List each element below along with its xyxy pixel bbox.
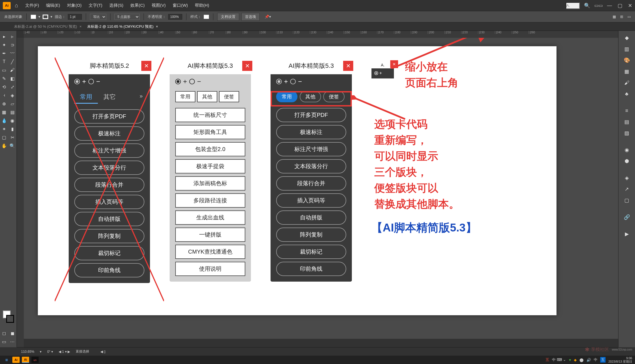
radio-off-icon[interactable] bbox=[290, 79, 296, 84]
tab-other[interactable]: 其他 bbox=[197, 91, 217, 102]
btn-dim-enhance[interactable]: 标注尺寸增强 bbox=[276, 142, 346, 156]
perspective-tool[interactable]: ▱ bbox=[8, 99, 17, 108]
lasso-tool[interactable]: ⊃ bbox=[8, 41, 17, 49]
pen-tool[interactable]: ✒ bbox=[0, 49, 8, 57]
btn-prepress-corner[interactable]: 印前角线 bbox=[74, 263, 144, 277]
taskbar-time[interactable]: 9:06 bbox=[608, 356, 632, 360]
menu-object[interactable]: 对象(O) bbox=[64, 2, 84, 9]
radio-off-icon[interactable] bbox=[88, 79, 94, 84]
radio-on-icon[interactable] bbox=[276, 79, 282, 84]
gradient-tool[interactable]: ▤ bbox=[8, 108, 17, 116]
doc-tab-1[interactable]: 未标题-2.ai @ 50 % (CMYK/CPU 预览) × bbox=[11, 23, 84, 30]
curvature-tool[interactable]: 〰 bbox=[8, 49, 17, 57]
btn-crop-marks[interactable]: 裁切标记 bbox=[74, 246, 144, 260]
menu-edit[interactable]: 编辑(E) bbox=[43, 2, 63, 9]
stroke-panel-icon[interactable]: ≡ bbox=[623, 106, 631, 116]
btn-one-click-layout[interactable]: 一键拼版 bbox=[175, 228, 245, 242]
btn-crop-marks[interactable]: 裁切标记 bbox=[276, 245, 346, 259]
menu-help[interactable]: 帮助(H) bbox=[192, 2, 212, 9]
btn-page-num[interactable]: 插入页码等 bbox=[276, 193, 346, 208]
free-transform-tool[interactable]: ◈ bbox=[8, 91, 17, 99]
graph-tool[interactable]: ▮ bbox=[8, 125, 17, 133]
tab-common[interactable]: 常用 bbox=[74, 91, 98, 104]
radio-on-icon[interactable] bbox=[175, 79, 181, 84]
wand-tool[interactable]: ✦ bbox=[0, 41, 8, 49]
style-swatch[interactable] bbox=[204, 15, 209, 19]
libraries-panel-icon[interactable]: ▥ bbox=[623, 44, 631, 54]
edit-toolbar[interactable]: ⋯ bbox=[8, 337, 17, 346]
btn-round-corner[interactable]: 矩形圆角工具 bbox=[175, 125, 245, 139]
btn-text-split[interactable]: 文本段落分行 bbox=[276, 159, 346, 173]
btn-open-pdf[interactable]: 打开多页PDF bbox=[276, 108, 346, 122]
task-ai-1[interactable]: Ai bbox=[12, 357, 20, 363]
btn-cmyk-pantone[interactable]: CMYK查找潘通色 bbox=[175, 245, 245, 259]
brush-select[interactable]: 5 点圆形 bbox=[114, 14, 140, 20]
selection-tool[interactable]: ▸ bbox=[0, 32, 8, 41]
hand-tool[interactable]: ✋ bbox=[0, 142, 8, 150]
btn-add-color-bar[interactable]: 添加画稿色标 bbox=[175, 176, 245, 191]
eraser-tool[interactable]: ◧ bbox=[8, 74, 17, 83]
scale-tool[interactable]: ⤢ bbox=[8, 83, 17, 91]
tab-notes[interactable]: 便签 bbox=[219, 91, 239, 102]
maximize-icon[interactable]: ▢ bbox=[618, 3, 622, 9]
btn-dim-enhance[interactable]: 标注尺寸增强 bbox=[74, 143, 144, 158]
btn-fast-bag[interactable]: 极速手提袋 bbox=[175, 159, 245, 173]
radio-on-icon[interactable] bbox=[374, 71, 378, 75]
tray-icon-1[interactable]: ♥ bbox=[569, 358, 571, 362]
btn-open-pdf[interactable]: 打开多页PDF bbox=[74, 109, 144, 124]
btn-para-merge[interactable]: 段落行合并 bbox=[74, 178, 144, 192]
panel-v53d-close[interactable]: ✕ bbox=[343, 61, 353, 71]
shaper-tool[interactable]: ✎ bbox=[0, 74, 8, 83]
search-icon[interactable]: 🔍 bbox=[584, 3, 590, 9]
doc-settings-button[interactable]: 文档设置 bbox=[217, 13, 239, 21]
btn-page-num[interactable]: 插入页码等 bbox=[74, 195, 144, 209]
btn-unify-artboard[interactable]: 统一画板尺寸 bbox=[175, 108, 245, 122]
asset-export-panel-icon[interactable]: ↗ bbox=[623, 184, 631, 194]
btn-join-paths[interactable]: 多段路径连接 bbox=[175, 193, 245, 208]
draw-mode-normal[interactable]: ◻ bbox=[0, 329, 8, 337]
close-icon[interactable]: ✕ bbox=[628, 3, 632, 9]
properties-panel-icon[interactable]: ◆ bbox=[623, 33, 631, 43]
zoom-level[interactable]: 110.65% bbox=[21, 350, 34, 354]
tray-icon-3[interactable]: ⬤ bbox=[579, 358, 584, 362]
tab-other[interactable]: 其它 bbox=[98, 91, 121, 104]
zoom-tool[interactable]: 🔍 bbox=[8, 142, 17, 150]
type-tool[interactable]: T bbox=[0, 57, 8, 66]
artboard-nav[interactable]: ◀ 1 ▾ ▶ bbox=[59, 350, 70, 354]
direct-select-tool[interactable]: ▹ bbox=[8, 32, 17, 41]
tray-volume-icon[interactable]: 🔊 bbox=[586, 358, 591, 362]
appearance-panel-icon[interactable]: ◉ bbox=[623, 145, 631, 155]
layers-panel-icon[interactable]: ◈ bbox=[623, 173, 631, 183]
pin-icon[interactable]: 📌▾ bbox=[265, 15, 271, 19]
stroke-swatch[interactable] bbox=[43, 15, 48, 19]
btn-fast-dim[interactable]: 极速标注 bbox=[74, 126, 144, 141]
btn-array-copy[interactable]: 阵列复制 bbox=[74, 229, 144, 243]
brushes-panel-icon[interactable]: 🖌 bbox=[623, 78, 631, 88]
symbol-tool[interactable]: ✶ bbox=[0, 125, 8, 133]
rotate-view[interactable]: 0° ▾ bbox=[47, 350, 53, 354]
artboard-tool[interactable]: ▢ bbox=[0, 133, 8, 142]
width-tool[interactable]: ⫞ bbox=[0, 91, 8, 99]
btn-auto-layout[interactable]: 自动拼版 bbox=[74, 212, 144, 226]
links-panel-icon[interactable]: 🔗 bbox=[623, 212, 631, 222]
panel-v52-close[interactable]: ✕ bbox=[141, 61, 151, 71]
doc-tab-2[interactable]: 未标题-2 @ 110.65 % (CMYK/CPU 预览) × bbox=[84, 23, 161, 30]
arrange-icon[interactable]: ▭▭ bbox=[594, 3, 603, 8]
panel-icon[interactable]: ▭ bbox=[627, 15, 631, 19]
transparency-panel-icon[interactable]: ▨ bbox=[623, 128, 631, 138]
tray-input-method-icon[interactable]: 五 bbox=[600, 357, 606, 363]
menu-select[interactable]: 选择(S) bbox=[107, 2, 126, 9]
canvas[interactable]: 脚本精简版5.2 ✕ + − 常用 其它 » 打开多页PDF 极速标注 标注尺寸… bbox=[24, 38, 618, 339]
btn-prepress-corner[interactable]: 印前角线 bbox=[276, 262, 346, 276]
radio-off-icon[interactable] bbox=[189, 79, 195, 84]
color-panel-icon[interactable]: 🎨 bbox=[623, 55, 631, 65]
align-icon[interactable]: ⊞ bbox=[620, 15, 623, 19]
start-button[interactable]: ⊞ bbox=[3, 357, 10, 363]
btn-fast-dim[interactable]: 极速标注 bbox=[276, 125, 346, 139]
btn-array-copy[interactable]: 阵列复制 bbox=[276, 228, 346, 242]
task-ai-2[interactable]: Ai bbox=[22, 357, 29, 363]
btn-para-merge[interactable]: 段落行合并 bbox=[276, 176, 346, 191]
task-app-3[interactable]: ᔕ bbox=[31, 357, 39, 363]
panel-v53l-close[interactable]: ✕ bbox=[242, 61, 252, 71]
mesh-tool[interactable]: ▦ bbox=[0, 108, 8, 116]
